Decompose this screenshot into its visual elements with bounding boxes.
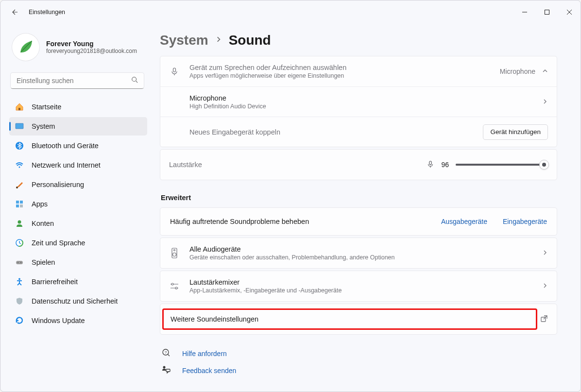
close-button[interactable] xyxy=(558,4,581,20)
sidebar: Forever Young foreveryoung201818@outlook… xyxy=(0,24,151,392)
sidebar-item-label: Netzwerk und Internet xyxy=(32,161,101,169)
chevron-up-icon xyxy=(542,68,548,75)
sidebar-item-label: Datenschutz und Sicherheit xyxy=(32,297,118,305)
profile-email: foreveryoung201818@outlook.com xyxy=(46,48,137,54)
profile-block[interactable]: Forever Young foreveryoung201818@outlook… xyxy=(9,29,147,70)
volume-value: 96 xyxy=(441,161,449,169)
microphone-icon xyxy=(169,67,180,76)
svg-rect-11 xyxy=(20,205,23,207)
chevron-right-icon xyxy=(542,98,548,106)
all-devices-title: Alle Audiogeräte xyxy=(189,245,532,253)
microphone-device-row[interactable]: Microphone High Definition Audio Device xyxy=(160,86,557,117)
feedback-link[interactable]: Feedback senden xyxy=(182,367,236,375)
svg-rect-20 xyxy=(429,161,431,164)
mixer-sub: App-Lautstärkemix, -Eingabegeräte und -A… xyxy=(189,287,532,294)
output-devices-link[interactable]: Ausgabegeräte xyxy=(441,218,487,225)
feedback-link-row: Feedback senden xyxy=(162,365,557,375)
sidebar-item-network[interactable]: Netzwerk und Internet xyxy=(9,156,147,174)
sidebar-item-apps[interactable]: Apps xyxy=(9,195,147,213)
sidebar-item-time[interactable]: Zeit und Sprache xyxy=(9,234,147,252)
svg-point-29 xyxy=(163,366,166,369)
breadcrumb-current: Sound xyxy=(229,33,271,48)
svg-point-18 xyxy=(18,278,20,280)
svg-rect-3 xyxy=(16,123,23,129)
sidebar-item-label: System xyxy=(32,122,55,130)
mixer-title: Lautstärkemixer xyxy=(189,278,532,286)
volume-card: Lautstärke 96 xyxy=(160,149,557,180)
sidebar-item-privacy[interactable]: Datenschutz und Sicherheit xyxy=(9,292,147,310)
more-sound-card[interactable]: Weitere Soundeinstellungen xyxy=(160,304,557,335)
microphone-icon[interactable] xyxy=(427,160,434,170)
volume-label: Lautstärke xyxy=(169,161,417,169)
sidebar-item-label: Zeit und Sprache xyxy=(32,239,85,247)
sidebar-item-gaming[interactable]: Spielen xyxy=(9,253,147,272)
input-devices-link[interactable]: Eingabegeräte xyxy=(503,218,547,225)
maximize-button[interactable] xyxy=(536,4,558,20)
apps-icon xyxy=(15,200,24,208)
svg-point-16 xyxy=(17,262,18,263)
search-icon xyxy=(131,76,138,85)
svg-point-23 xyxy=(174,250,175,251)
troubleshoot-title: Häufig auftretende Soundprobleme beheben xyxy=(170,218,309,225)
selected-device-label: Microphone xyxy=(500,68,535,75)
close-icon xyxy=(567,10,572,15)
all-devices-card[interactable]: Alle Audiogeräte Geräte einschalten oder… xyxy=(160,238,557,269)
volume-row: Lautstärke 96 xyxy=(160,150,557,180)
sidebar-item-home[interactable]: Startseite xyxy=(9,98,147,116)
help-link[interactable]: Hilfe anfordern xyxy=(182,350,227,358)
back-button[interactable] xyxy=(9,7,19,17)
person-icon xyxy=(15,219,24,228)
svg-point-17 xyxy=(20,262,21,263)
help-icon: ? xyxy=(162,348,171,358)
system-icon xyxy=(15,122,24,131)
sidebar-item-label: Barrierefreiheit xyxy=(32,278,78,286)
sidebar-item-bluetooth[interactable]: Bluetooth und Geräte xyxy=(9,136,147,155)
profile-name: Forever Young xyxy=(46,40,137,48)
sidebar-item-accessibility[interactable]: Barrierefreiheit xyxy=(9,273,147,291)
svg-rect-8 xyxy=(16,201,19,204)
breadcrumb-parent[interactable]: System xyxy=(160,33,208,48)
svg-point-7 xyxy=(16,187,18,188)
svg-point-24 xyxy=(171,283,173,285)
brush-icon xyxy=(15,180,24,189)
sidebar-item-update[interactable]: Windows Update xyxy=(9,311,147,330)
maximize-icon xyxy=(545,10,549,15)
svg-point-6 xyxy=(19,167,20,168)
feedback-icon xyxy=(162,365,171,375)
svg-point-1 xyxy=(132,77,137,82)
svg-point-22 xyxy=(173,253,176,256)
troubleshoot-card: Häufig auftretende Soundprobleme beheben… xyxy=(160,207,557,236)
sidebar-item-label: Personalisierung xyxy=(32,181,84,188)
search-input[interactable] xyxy=(17,77,131,85)
chevron-right-icon xyxy=(542,249,548,257)
sidebar-item-label: Startseite xyxy=(32,103,61,111)
more-sound-title: Weitere Soundeinstellungen xyxy=(171,315,258,323)
app-title: Einstellungen xyxy=(29,9,65,16)
minimize-button[interactable] xyxy=(513,4,536,20)
svg-point-25 xyxy=(175,287,177,289)
slider-thumb[interactable] xyxy=(539,160,549,170)
minimize-icon xyxy=(522,10,527,15)
sidebar-item-label: Windows Update xyxy=(32,317,85,324)
search-box[interactable] xyxy=(10,72,144,89)
home-icon xyxy=(15,102,24,111)
pair-device-row: Neues Eingabegerät koppeln Gerät hinzufü… xyxy=(160,117,557,147)
sidebar-item-system[interactable]: System xyxy=(9,117,147,136)
input-header-row[interactable]: Gerät zum Sprechen oder Aufzeichnen ausw… xyxy=(160,56,557,86)
external-link-icon xyxy=(540,315,548,324)
accessibility-icon xyxy=(15,277,24,286)
footer-links: ? Hilfe anfordern Feedback senden xyxy=(160,348,557,375)
wifi-icon xyxy=(15,161,24,170)
volume-slider[interactable] xyxy=(456,164,548,166)
sidebar-item-accounts[interactable]: Konten xyxy=(9,214,147,233)
add-device-button[interactable]: Gerät hinzufügen xyxy=(483,124,548,140)
sidebar-item-personalization[interactable]: Personalisierung xyxy=(9,175,147,194)
sidebar-item-label: Bluetooth und Geräte xyxy=(32,142,99,150)
device-title: Microphone xyxy=(189,94,532,102)
gamepad-icon xyxy=(15,258,24,267)
svg-rect-10 xyxy=(16,205,19,207)
mixer-card[interactable]: Lautstärkemixer App-Lautstärkemix, -Eing… xyxy=(160,271,557,302)
svg-point-12 xyxy=(18,221,21,224)
svg-rect-30 xyxy=(166,369,170,372)
svg-rect-19 xyxy=(173,68,176,72)
